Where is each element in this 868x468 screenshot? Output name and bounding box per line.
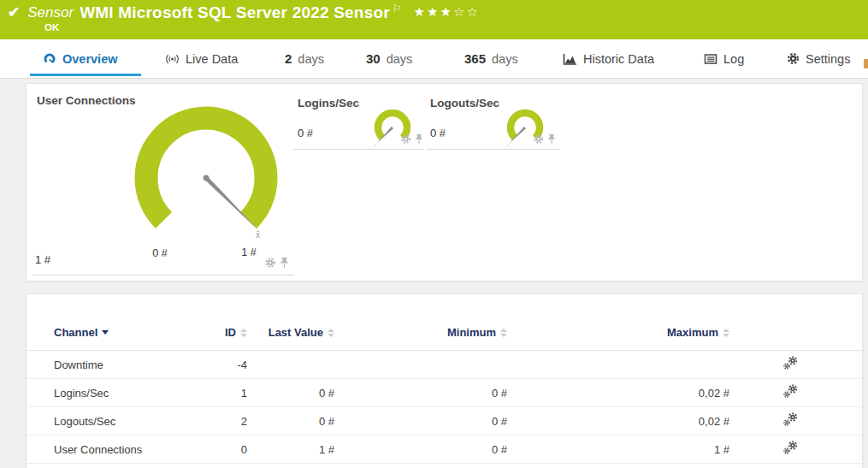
edit-channel-button[interactable] — [729, 412, 862, 429]
header-id[interactable]: ID — [225, 326, 247, 339]
channel-id: -4 — [237, 358, 247, 371]
double-gear-icon — [783, 412, 798, 427]
tab-log[interactable]: Log — [704, 39, 744, 78]
channel-last-value: 0 # — [319, 415, 334, 428]
cutoff-icon — [864, 59, 868, 68]
channel-last-value: 1 # — [319, 443, 334, 456]
gauge-title-logins: Logins/Sec — [298, 97, 359, 110]
sort-icon — [240, 329, 247, 337]
pin-icon[interactable] — [415, 133, 423, 145]
tab-settings[interactable]: Settings — [787, 39, 850, 78]
header-last-value[interactable]: Last Value — [269, 326, 334, 339]
gear-icon — [787, 52, 800, 65]
channel-last-value: 0 # — [319, 387, 334, 400]
channel-name[interactable]: Downtime — [54, 358, 213, 371]
status-badge: OK — [44, 22, 59, 33]
area-chart-icon — [563, 52, 577, 66]
active-tab-indicator — [30, 74, 141, 76]
user-connections-gauge[interactable] — [121, 92, 292, 264]
channel-name[interactable]: Logins/Sec — [54, 387, 213, 400]
edit-channel-button[interactable] — [729, 384, 862, 401]
broadcast-icon — [165, 52, 180, 66]
channel-minimum: 0 # — [492, 415, 507, 428]
sort-icon — [500, 329, 507, 337]
pin-icon[interactable] — [547, 133, 556, 145]
channel-minimum: 0 # — [492, 443, 507, 456]
pin-icon[interactable] — [280, 257, 289, 269]
average-marker: x̄ — [256, 230, 260, 240]
tab-30-days[interactable]: 30 days — [366, 39, 412, 78]
channel-gear-icon[interactable] — [400, 133, 411, 145]
channel-table-panel: Channel ID Last Value Minimum Maximum Do… — [26, 293, 863, 468]
header-maximum[interactable]: Maximum — [667, 326, 729, 339]
flag-icon[interactable]: ⚐ — [393, 3, 402, 14]
channel-name[interactable]: Logouts/Sec — [54, 415, 213, 428]
gauge-divider — [32, 275, 294, 275]
channel-maximum: 0,02 # — [699, 415, 729, 428]
table-row[interactable]: Downtime -4 — [27, 351, 862, 379]
header-channel[interactable]: Channel — [54, 326, 213, 339]
tab-overview[interactable]: Overview — [43, 39, 118, 78]
user-connections-value: 1 # — [35, 253, 50, 266]
log-list-icon — [704, 52, 717, 66]
channel-id: 0 — [241, 443, 247, 456]
channel-id: 1 — [241, 387, 247, 400]
object-type-label: Sensor — [27, 3, 74, 22]
channel-gear-icon[interactable] — [533, 133, 544, 145]
header-minimum[interactable]: Minimum — [447, 326, 507, 339]
channel-minimum: 0 # — [492, 387, 507, 400]
tab-365-days[interactable]: 365 days — [464, 39, 518, 78]
table-row[interactable]: Logouts/Sec 2 0 # 0 # 0,02 # — [27, 407, 862, 435]
edit-channel-button[interactable] — [729, 356, 862, 373]
double-gear-icon — [783, 356, 798, 370]
table-row[interactable]: Logins/Sec 1 0 # 0 # 0,02 # — [27, 379, 862, 407]
channel-id: 2 — [241, 415, 247, 428]
tab-2-days[interactable]: 2 days — [285, 39, 324, 78]
double-gear-icon — [783, 441, 798, 455]
table-row[interactable]: User Connections 0 1 # 0 # 1 # — [27, 435, 862, 464]
channel-table-header: Channel ID Last Value Minimum Maximum — [27, 294, 862, 351]
gauge-title-logouts: Logouts/Sec — [430, 97, 499, 110]
edit-channel-button[interactable] — [729, 441, 862, 458]
sort-desc-icon — [102, 330, 109, 335]
status-ok-check-icon: ✔ — [8, 3, 20, 22]
gauge-scale-max: 1 # — [233, 246, 264, 258]
channel-gear-icon[interactable] — [264, 257, 276, 269]
tab-historic-data[interactable]: Historic Data — [563, 39, 654, 78]
sensor-status-banner: ✔ Sensor WMI Microsoft SQL Server 2022 S… — [0, 0, 868, 39]
sort-icon — [328, 329, 334, 337]
gauge-divider — [293, 149, 423, 150]
logins-value: 0 # — [298, 127, 313, 139]
overview-gauges-panel: User Connections x̄ 0 # 1 # 1 # Logins/S… — [26, 83, 863, 281]
gauge-divider — [427, 149, 559, 150]
tab-live-data[interactable]: Live Data — [165, 39, 238, 78]
double-gear-icon — [783, 384, 798, 399]
tab-bar: Overview Live Data 2 days 30 days 365 da… — [0, 39, 868, 79]
priority-star-rating[interactable]: ★★★☆☆ — [414, 3, 480, 21]
channel-maximum: 0,02 # — [699, 387, 729, 400]
gauge-scale-min: 0 # — [145, 247, 175, 259]
sort-icon — [723, 329, 729, 337]
channel-name[interactable]: User Connections — [54, 443, 213, 456]
logouts-value: 0 # — [430, 127, 446, 139]
channel-maximum: 1 # — [714, 443, 729, 456]
page-title: WMI Microsoft SQL Server 2022 Sensor — [80, 3, 390, 22]
gauge-icon — [43, 52, 56, 66]
